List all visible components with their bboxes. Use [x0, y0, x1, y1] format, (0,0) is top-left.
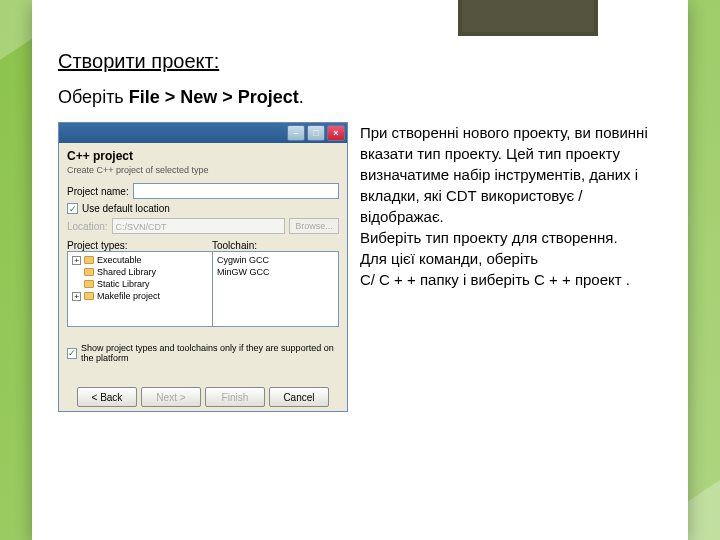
explain-line: вкладки, які CDT використовує / відображ…: [360, 185, 662, 227]
dialog-title: C++ project: [67, 149, 339, 163]
back-button[interactable]: < Back: [77, 387, 137, 407]
location-label: Location:: [67, 221, 108, 232]
explain-line: При створенні нового проекту, ви повинні: [360, 122, 662, 143]
toolchain-item[interactable]: Cygwin GCC: [217, 254, 334, 266]
explain-line: Виберіть тип проекту для створення.: [360, 227, 662, 248]
show-supported-label: Show project types and toolchains only i…: [81, 343, 339, 363]
finish-button: Finish: [205, 387, 265, 407]
cancel-button[interactable]: Cancel: [269, 387, 329, 407]
tree-item-makefile[interactable]: + Makefile project: [72, 290, 208, 302]
show-supported-checkbox[interactable]: ✓: [67, 348, 77, 359]
toolchain-label: Toolchain:: [212, 240, 257, 251]
slide-subheading: Оберіть File > New > Project.: [58, 87, 662, 108]
use-default-checkbox[interactable]: ✓: [67, 203, 78, 214]
folder-icon: [84, 268, 94, 276]
slide-paper: Створити проект: Оберіть File > New > Pr…: [32, 0, 688, 540]
project-name-label: Project name:: [67, 186, 129, 197]
toolchain-label: Cygwin GCC: [217, 255, 269, 265]
tree-label: Executable: [97, 255, 142, 265]
toolchain-panel[interactable]: Cygwin GCC MinGW GCC: [213, 252, 338, 326]
toolchain-label: MinGW GCC: [217, 267, 270, 277]
project-types-panel[interactable]: + Executable Shared Library Static Libra…: [68, 252, 213, 326]
tree-item-shared-library[interactable]: Shared Library: [72, 266, 208, 278]
explain-line: визначатиме набір інструментів, даних і: [360, 164, 662, 185]
project-types-label: Project types:: [67, 240, 212, 251]
browse-button: Browse...: [289, 218, 339, 234]
wizard-dialog: – □ × C++ project Create C++ project of …: [58, 122, 348, 412]
subheading-part2: .: [299, 87, 304, 107]
folder-icon: [84, 280, 94, 288]
explain-line: С/ C + + папку і виберіть C + + проект .: [360, 269, 662, 290]
use-default-label: Use default location: [82, 203, 170, 214]
expander-icon[interactable]: +: [72, 256, 81, 265]
expander-icon[interactable]: +: [72, 292, 81, 301]
tree-label: Static Library: [97, 279, 150, 289]
tree-item-executable[interactable]: + Executable: [72, 254, 208, 266]
dialog-subtitle: Create C++ project of selected type: [67, 165, 339, 175]
project-name-input[interactable]: [133, 183, 339, 199]
tree-item-static-library[interactable]: Static Library: [72, 278, 208, 290]
slide-heading: Створити проект:: [58, 50, 662, 73]
location-input: C:/SVN/CDT: [112, 218, 285, 234]
corner-tab: [458, 0, 598, 36]
subheading-bold: File > New > Project: [129, 87, 299, 107]
tree-label: Makefile project: [97, 291, 160, 301]
subheading-part1: Оберіть: [58, 87, 129, 107]
tree-label: Shared Library: [97, 267, 156, 277]
explanation-text: При створенні нового проекту, ви повинні…: [360, 122, 662, 290]
close-button[interactable]: ×: [327, 125, 345, 141]
next-button: Next >: [141, 387, 201, 407]
minimize-button[interactable]: –: [287, 125, 305, 141]
dialog-titlebar: – □ ×: [59, 123, 347, 143]
folder-icon: [84, 256, 94, 264]
folder-icon: [84, 292, 94, 300]
maximize-button[interactable]: □: [307, 125, 325, 141]
toolchain-item[interactable]: MinGW GCC: [217, 266, 334, 278]
explain-line: вказати тип проекту. Цей тип проекту: [360, 143, 662, 164]
explain-line: Для цієї команди, оберіть: [360, 248, 662, 269]
